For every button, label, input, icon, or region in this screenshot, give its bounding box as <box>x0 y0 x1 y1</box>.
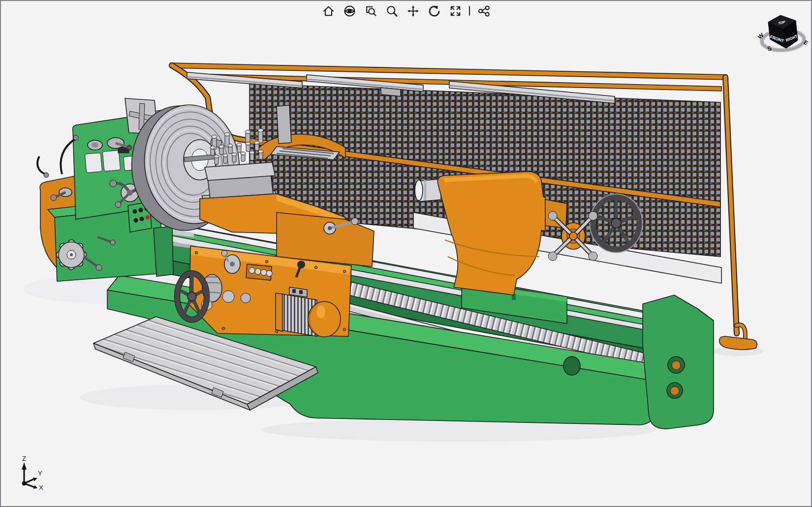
toolbar-separator <box>469 6 470 16</box>
share-button[interactable] <box>476 3 491 18</box>
x-axis-label: X <box>39 484 43 491</box>
zoom-button[interactable] <box>384 3 399 18</box>
home-button[interactable] <box>321 3 336 18</box>
view-eye-button[interactable] <box>342 3 357 18</box>
y-axis-label: Y <box>38 470 42 477</box>
view-cube-box[interactable]: TOP FRONT RIGHT <box>768 15 798 48</box>
compass-south-label[interactable]: S <box>767 45 773 53</box>
guard-rail-post <box>719 77 757 350</box>
view-toolbar <box>321 3 491 18</box>
z-axis-label: Z <box>22 456 26 462</box>
zoom-fit-button[interactable] <box>448 3 463 18</box>
pan-button[interactable] <box>406 3 420 18</box>
viewport-3d[interactable] <box>1 1 812 507</box>
gear-cover <box>57 240 87 270</box>
cad-viewer-window: W S E TOP FRONT RIGHT Z Y X <box>0 0 812 507</box>
axis-triad: Z Y X <box>16 456 53 494</box>
view-cube[interactable]: W S E TOP FRONT RIGHT <box>758 14 811 57</box>
rotate-button[interactable] <box>427 3 441 18</box>
zoom-window-button[interactable] <box>363 3 378 18</box>
screen-strap <box>277 105 291 144</box>
